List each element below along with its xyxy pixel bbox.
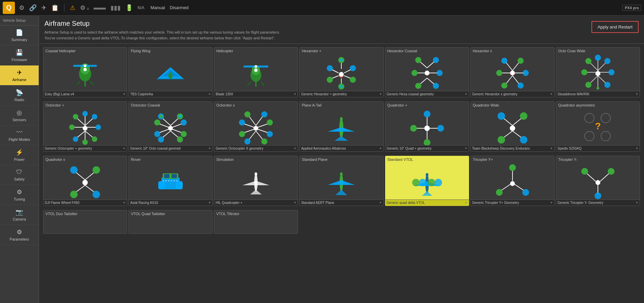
af-title-standard-vtol: Standard VTOL bbox=[385, 156, 469, 162]
flight-mode-label: Manual bbox=[149, 4, 166, 11]
sidebar-item-flight-modes[interactable]: 〰 Flight Modes bbox=[0, 126, 39, 145]
af-select-wrap-quadrotor-wide: Team Blacksheep Discovery Enduranc bbox=[471, 145, 554, 151]
af-card-coaxial-heli[interactable]: Coaxial Helicopter bbox=[43, 47, 127, 97]
af-card-quadrotor-x[interactable]: Quadrotor x bbox=[43, 156, 127, 206]
svg-point-133 bbox=[244, 138, 250, 145]
sidebar-item-radio[interactable]: 📡 Radio bbox=[0, 86, 39, 106]
af-card-vtol-quad-tailsitter[interactable]: VTOL Quad Tailsitter bbox=[128, 210, 213, 234]
af-card-vtol-duo-tailsitter[interactable]: VTOL Duo Tailsitter bbox=[43, 210, 127, 234]
af-select-rover[interactable]: Axial Racing AX10 bbox=[129, 200, 212, 206]
af-card-octorotor-x[interactable]: Octorotor x bbox=[214, 101, 298, 152]
log-icon[interactable]: 📋 bbox=[50, 3, 60, 12]
category-row-1: Coaxial Helicopter bbox=[43, 47, 640, 97]
svg-point-198 bbox=[426, 173, 428, 176]
sidebar-label-power: Power bbox=[14, 157, 24, 162]
af-select-octo-coax-wide[interactable]: Steadidrone MAVRIK bbox=[556, 91, 640, 97]
svg-point-117 bbox=[177, 136, 183, 143]
send-icon[interactable]: ✈ bbox=[40, 3, 48, 12]
af-card-standard-plane[interactable]: Standard Plane Standard AERT Plane bbox=[299, 156, 383, 206]
af-select-simulation[interactable]: HIL Quadcopter + bbox=[214, 200, 298, 206]
af-card-vtol-tiltrotor[interactable]: VTOL Tiltrotor bbox=[214, 210, 298, 234]
svg-line-154 bbox=[512, 118, 522, 126]
svg-line-17 bbox=[247, 82, 251, 86]
sidebar-label-safety: Safety bbox=[14, 177, 24, 181]
af-select-helicopter[interactable]: Blade 130X bbox=[214, 91, 298, 97]
af-select-tricopter-yminus[interactable]: Generic Tricopter Y- Geometry bbox=[556, 200, 640, 206]
af-card-simulation[interactable]: Simulation bbox=[214, 156, 298, 206]
af-select-quadrotor-wide[interactable]: Team Blacksheep Discovery Enduranc bbox=[471, 145, 554, 151]
af-card-helicopter[interactable]: Helicopter bbox=[214, 47, 298, 97]
sidebar-item-airframe[interactable]: ✈ Airframe bbox=[0, 65, 39, 86]
af-select-flying-wing[interactable]: TBS Caipirinha bbox=[129, 91, 212, 97]
svg-point-140 bbox=[340, 117, 343, 121]
af-card-flying-wing[interactable]: Flying Wing bbox=[128, 47, 213, 97]
af-card-hexarotor-coaxial[interactable]: Hexarotor Coaxial bbox=[385, 47, 469, 97]
svg-point-162 bbox=[601, 113, 610, 123]
sidebar-item-power[interactable]: ⚡ Power bbox=[0, 145, 39, 165]
svg-point-209 bbox=[595, 192, 601, 199]
af-select-octorotor-plus[interactable]: Generic Octocopter + geometry bbox=[43, 145, 127, 151]
sidebar-item-safety[interactable]: 🛡 Safety bbox=[0, 165, 39, 185]
svg-point-159 bbox=[520, 136, 527, 144]
af-card-hexarotor-x[interactable]: Hexarotor x bbox=[470, 47, 555, 97]
af-select-quadrotor-asymmetric[interactable]: Spedix S250AQ bbox=[556, 145, 640, 151]
svg-point-63 bbox=[510, 71, 515, 75]
safety-icon: 🛡 bbox=[16, 169, 22, 176]
sidebar-label-summary: Summary bbox=[11, 38, 27, 42]
battery-label: N/A bbox=[136, 5, 146, 11]
af-card-quadrotor-plus[interactable]: Quadrotor + bbox=[385, 101, 469, 152]
af-card-hexarotor-plus[interactable]: Hexarotor + bbox=[299, 47, 383, 97]
af-select-hexarotor-coaxial[interactable]: Generic Hexa coaxial geometry bbox=[385, 91, 469, 97]
sidebar-item-summary[interactable]: 📄 Summary bbox=[0, 25, 39, 45]
af-select-plane-atail[interactable]: Applied Aeronautics Albatross bbox=[300, 145, 383, 151]
af-select-standard-plane[interactable]: Standard AERT Plane bbox=[300, 200, 383, 206]
svg-point-46 bbox=[415, 83, 421, 89]
af-card-octorotor-coaxial[interactable]: Octorotor Coaxial bbox=[128, 101, 213, 152]
af-card-quadrotor-wide[interactable]: Quadrotor Wide bbox=[470, 101, 555, 152]
apply-restart-button[interactable]: Apply and Restart bbox=[591, 21, 639, 33]
af-select-octorotor-coaxial[interactable]: Generic 10" Octo coaxial geometr bbox=[129, 145, 212, 151]
warn-icon[interactable]: ⚠ bbox=[68, 3, 77, 12]
af-title-simulation: Simulation bbox=[214, 156, 298, 162]
sidebar-item-parameters[interactable]: ⚙ Parameters bbox=[0, 225, 39, 245]
empty-slot-3 bbox=[470, 210, 555, 234]
af-image-rover bbox=[129, 162, 212, 200]
af-select-tricopter-yplus[interactable]: Generic Tricopter Y+ Geometry bbox=[471, 200, 554, 206]
flight-modes-icon: 〰 bbox=[16, 129, 22, 136]
af-select-hexarotor-x[interactable]: Generic Hexarotor x geometry bbox=[471, 91, 554, 97]
sidebar-item-tuning[interactable]: ⚙ Tuning bbox=[0, 185, 39, 205]
af-card-rover[interactable]: Rover bbox=[128, 156, 213, 206]
svg-point-127 bbox=[267, 119, 273, 126]
app-logo[interactable]: Q bbox=[3, 2, 15, 14]
af-card-octorotor-plus[interactable]: Octorotor + bbox=[43, 101, 127, 152]
svg-point-30 bbox=[350, 65, 356, 71]
svg-line-158 bbox=[512, 131, 522, 138]
gear-icon[interactable]: ⚙ bbox=[18, 3, 26, 12]
svg-line-156 bbox=[503, 131, 512, 138]
af-select-standard-vtol[interactable]: Generic quad delta VTOL bbox=[385, 200, 469, 206]
af-card-quadrotor-asymmetric[interactable]: Quadrotor asymmetric ? Sp bbox=[556, 101, 640, 152]
af-image-vtol-tiltrotor bbox=[214, 216, 298, 233]
battery-icon: 🔋 bbox=[124, 3, 134, 12]
sidebar-item-camera[interactable]: 📷 Camera bbox=[0, 205, 39, 225]
af-card-plane-atail[interactable]: Plane A-Tail bbox=[299, 101, 383, 152]
motors-icon[interactable]: ⚙ 0 bbox=[79, 3, 90, 12]
af-select-hexarotor-plus[interactable]: Generic Hexarotor + geometry bbox=[300, 91, 383, 97]
sidebar-item-sensors[interactable]: ◎ Sensors bbox=[0, 106, 39, 126]
waypoint-icon[interactable]: 🔗 bbox=[28, 3, 38, 12]
svg-line-132 bbox=[249, 131, 256, 139]
af-card-standard-vtol[interactable]: Standard VTOL bbox=[385, 156, 469, 206]
af-card-octo-coax-wide[interactable]: Octo Coax Wide bbox=[556, 47, 640, 97]
svg-rect-16 bbox=[255, 80, 257, 87]
af-select-quadrotor-plus[interactable]: Generic 10" Quad + geometry bbox=[385, 145, 469, 151]
svg-point-174 bbox=[93, 191, 100, 198]
svg-point-68 bbox=[604, 58, 610, 64]
svg-point-91 bbox=[73, 114, 78, 119]
svg-point-157 bbox=[498, 136, 505, 144]
af-select-quadrotor-x[interactable]: DJI Flame Wheel F450 bbox=[43, 200, 127, 206]
af-card-tricopter-yminus[interactable]: Tricopter Y- bbox=[556, 156, 640, 206]
af-card-tricopter-yplus[interactable]: Tricopter Y+ bbox=[470, 156, 555, 206]
af-select-coaxial-heli[interactable]: Esky (Big) Lama v4 bbox=[43, 91, 127, 97]
sidebar-item-firmware[interactable]: 💾 Firmware bbox=[0, 45, 39, 65]
af-select-octorotor-x[interactable]: Generic Octocopter X geometry bbox=[214, 145, 298, 151]
